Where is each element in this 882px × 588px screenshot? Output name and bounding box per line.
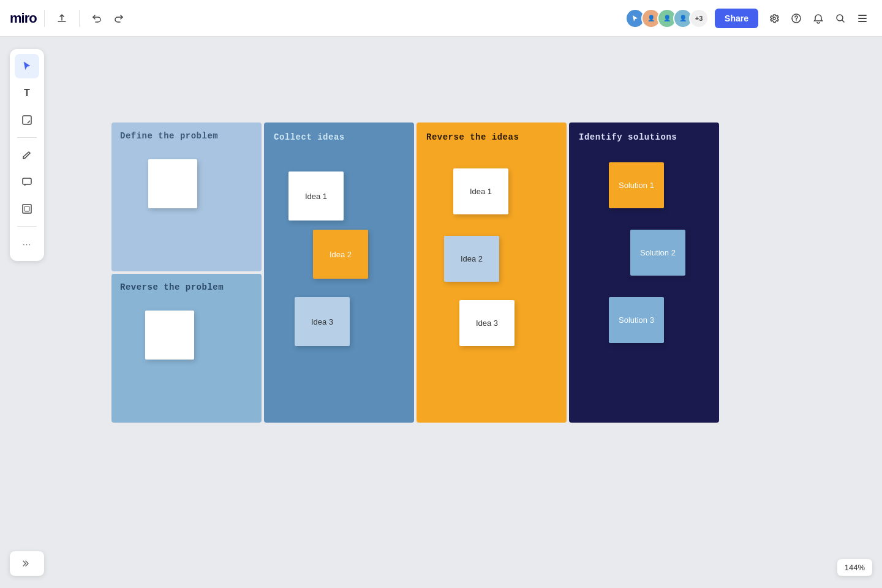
search-button[interactable]: [831, 9, 850, 28]
frame-tool[interactable]: [15, 197, 39, 221]
svg-rect-9: [24, 206, 29, 211]
topbar: miro: [0, 0, 882, 37]
rev-idea1-sticky[interactable]: Idea 1: [453, 168, 508, 214]
reverse-problem-title: Reverse the problem: [120, 282, 253, 292]
board: Define the problem Reverse the problem C…: [111, 123, 722, 423]
upload-button[interactable]: [52, 9, 72, 28]
blank-sticky-reverse[interactable]: [145, 311, 194, 360]
reverse-ideas-title: Reverse the ideas: [426, 132, 557, 142]
svg-rect-8: [23, 205, 31, 213]
rev-idea3-sticky[interactable]: Idea 3: [459, 300, 514, 346]
column-reverse-problem: Reverse the problem: [111, 274, 262, 423]
column-reverse-ideas: Reverse the ideas Idea 1 Idea 2 Idea 3: [417, 123, 567, 423]
solution2-sticky[interactable]: Solution 2: [630, 230, 685, 276]
svg-point-1: [796, 20, 797, 21]
text-tool[interactable]: T: [15, 81, 39, 105]
solution3-sticky[interactable]: Solution 3: [609, 297, 664, 343]
collect-ideas-title: Collect ideas: [274, 132, 404, 142]
notifications-button[interactable]: [809, 9, 828, 28]
identify-solutions-title: Identify solutions: [579, 132, 709, 142]
avatar-group: 👤 👤 👤 +3: [625, 9, 709, 28]
topbar-divider: [44, 10, 45, 27]
idea1-sticky[interactable]: Idea 1: [288, 172, 344, 221]
define-problem-title: Define the problem: [120, 131, 253, 141]
column-collect-ideas: Collect ideas Idea 1 Idea 2 Idea 3: [264, 123, 414, 423]
topbar-left: miro: [10, 9, 129, 28]
share-button[interactable]: Share: [715, 9, 758, 28]
idea3-sticky[interactable]: Idea 3: [295, 297, 350, 346]
column-define-problem: Define the problem: [111, 123, 262, 271]
more-tools[interactable]: ···: [15, 232, 39, 256]
redo-button[interactable]: [109, 9, 129, 28]
undo-button[interactable]: [87, 9, 107, 28]
topbar-right: 👤 👤 👤 +3 Share: [625, 9, 872, 28]
zoom-indicator: 144%: [837, 559, 872, 576]
svg-rect-5: [858, 21, 867, 22]
board-menu-button[interactable]: [853, 9, 872, 28]
cursor-tool[interactable]: [15, 54, 39, 78]
rev-idea2-sticky[interactable]: Idea 2: [444, 236, 499, 282]
undo-redo-group: [87, 9, 129, 28]
svg-rect-3: [858, 15, 867, 16]
topbar-divider2: [79, 10, 80, 27]
svg-rect-6: [23, 116, 31, 124]
sidebar-sep1: [17, 137, 37, 138]
topbar-icons: [764, 9, 872, 28]
help-button[interactable]: [786, 9, 806, 28]
idea2-sticky[interactable]: Idea 2: [313, 230, 368, 279]
svg-rect-4: [858, 18, 867, 19]
comment-tool[interactable]: [15, 170, 39, 194]
pen-tool[interactable]: [15, 143, 39, 167]
solution1-sticky[interactable]: Solution 1: [609, 162, 664, 208]
settings-button[interactable]: [764, 9, 784, 28]
blank-sticky-define[interactable]: [148, 159, 197, 208]
sticky-note-tool[interactable]: [15, 108, 39, 132]
left-sidebar: T ···: [10, 49, 44, 261]
column-split-1: Define the problem Reverse the problem: [111, 123, 262, 423]
svg-rect-7: [23, 178, 31, 184]
expand-panel-button[interactable]: [10, 551, 44, 576]
sidebar-sep2: [17, 226, 37, 227]
miro-logo: miro: [10, 10, 37, 26]
avatar-extra: +3: [689, 9, 709, 28]
canvas: Define the problem Reverse the problem C…: [0, 37, 882, 588]
column-identify-solutions: Identify solutions Solution 1 Solution 2…: [569, 123, 719, 423]
